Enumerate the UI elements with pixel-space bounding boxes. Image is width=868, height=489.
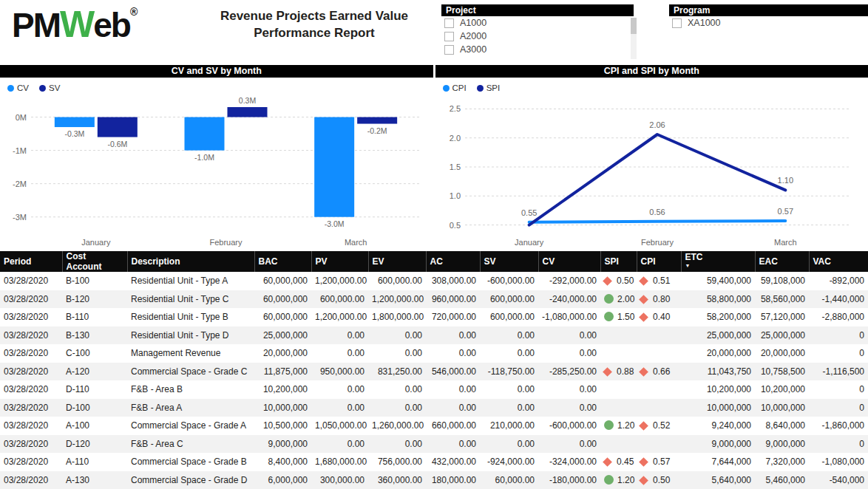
project-filter-option-label: A1000 [460, 18, 486, 28]
spi-value: 1.20 [617, 475, 634, 485]
ac-cell: 0.00 [426, 380, 480, 399]
sv-cell: 60,000.00 [480, 471, 538, 489]
description-cell: F&B - Area C [127, 435, 254, 454]
spi-kpi-cell: 0.45 [600, 453, 637, 471]
column-header-cost_account[interactable]: Cost Account [62, 251, 127, 272]
cpi-kpi-cell [637, 380, 681, 399]
checkbox-icon[interactable] [444, 45, 454, 55]
period-cell: 03/28/2020 [0, 380, 62, 399]
bar-sv-march[interactable] [357, 117, 397, 124]
kpi-good-circle-icon [604, 475, 614, 485]
table-row[interactable]: 03/28/2020D-120F&B - Area C9,000,0000.00… [0, 435, 868, 454]
pv-cell: 1,680,000.00 [311, 453, 368, 471]
column-header-label: ETC [685, 253, 751, 261]
project-filter-option[interactable]: A3000 [441, 43, 634, 56]
column-header-cv[interactable]: CV [538, 251, 600, 272]
cv-cell: -324,000.00 [538, 453, 600, 471]
legend-label: CV [17, 83, 29, 92]
spi-value: 0.45 [617, 456, 634, 467]
legend-item-cpi[interactable]: CPI [443, 83, 467, 92]
cv-cell: 0.00 [538, 344, 600, 363]
table-row[interactable]: 03/28/2020A-130Commercial Space - Grade … [0, 471, 868, 489]
table-row[interactable]: 03/28/2020A-120Commercial Space - Grade … [0, 363, 868, 381]
table-row[interactable]: 03/28/2020B-120Residential Unit - Type C… [0, 290, 868, 309]
etc-cell: 58,800,000 [681, 290, 755, 309]
column-header-eac[interactable]: EAC [755, 251, 809, 272]
project-filter-option-label: A2000 [460, 31, 486, 41]
table-row[interactable]: 03/28/2020D-100F&B - Area A10,000,0000.0… [0, 399, 868, 417]
description-cell: Management Revenue [127, 344, 254, 363]
table-row[interactable]: 03/28/2020A-110Commercial Space - Grade … [0, 453, 868, 471]
checkbox-icon[interactable] [672, 18, 682, 28]
bac-cell: 10,000,000 [254, 399, 311, 417]
table-row[interactable]: 03/28/2020B-100Residential Unit - Type A… [0, 272, 868, 290]
column-header-ac[interactable]: AC [426, 251, 480, 272]
report-page: PMWeb® Revenue Projects Earned Value Per… [0, 0, 868, 489]
cv-sv-legend: CVSV [0, 78, 433, 95]
spi-kpi-cell: 0.88 [600, 363, 637, 381]
project-list-scrollbar[interactable] [631, 18, 637, 59]
column-header-etc[interactable]: ETC▼ [681, 251, 755, 272]
vac-cell: -1,080,000 [809, 453, 868, 471]
table-row[interactable]: 03/28/2020B-130Residential Unit - Type D… [0, 326, 868, 345]
cv-cell: 0.00 [538, 326, 600, 345]
project-filter-option[interactable]: A1000 [441, 16, 634, 30]
line-cpi[interactable] [529, 221, 785, 222]
column-header-cpi[interactable]: CPI [637, 251, 681, 272]
pv-cell: 1,050,000.00 [311, 417, 368, 435]
column-header-description[interactable]: Description [127, 251, 254, 272]
kpi-bad-diamond-icon [639, 295, 648, 304]
column-header-spi[interactable]: SPI [600, 251, 637, 272]
checkbox-icon[interactable] [444, 18, 454, 28]
legend-label: SPI [486, 83, 501, 92]
legend-item-cv[interactable]: CV [7, 83, 29, 92]
kpi-bad-diamond-icon [603, 276, 612, 286]
logo-text-pm: PM [12, 6, 60, 44]
table-row[interactable]: 03/28/2020C-100Management Revenue20,000,… [0, 344, 868, 363]
table-row[interactable]: 03/28/2020B-110Residential Unit - Type B… [0, 308, 868, 326]
checkbox-icon[interactable] [444, 32, 454, 41]
column-header-bac[interactable]: BAC [254, 251, 311, 272]
column-header-sv[interactable]: SV [480, 251, 538, 272]
bar-cv-february[interactable] [185, 117, 225, 151]
cv-cell: 0.00 [538, 380, 600, 399]
column-header-vac[interactable]: VAC [809, 251, 868, 272]
point-value-label: 0.55 [521, 208, 536, 217]
kpi-bad-diamond-icon [639, 476, 648, 485]
spi-value: 0.88 [617, 366, 634, 377]
legend-item-spi[interactable]: SPI [477, 83, 501, 92]
column-header-period[interactable]: Period [0, 251, 62, 272]
cv-sv-bar-chart: 0M-1M-2M-3M-0.3M-0.6MJanuary-1.0M0.3MFeb… [0, 95, 433, 251]
etc-cell: 10,200,000 [681, 380, 755, 399]
bar-value-label: -1.0M [194, 153, 214, 162]
bar-sv-february[interactable] [228, 107, 268, 117]
column-header-pv[interactable]: PV [311, 251, 368, 272]
ev-cell: 0.00 [368, 435, 426, 454]
ac-cell: 720,000.00 [426, 308, 480, 326]
project-filter-option-label: A3000 [460, 44, 486, 55]
y-tick-label: 1.0 [449, 191, 460, 200]
legend-item-sv[interactable]: SV [39, 83, 60, 92]
cv-cell: 0.00 [538, 399, 600, 417]
cpi-kpi-cell: 0.40 [637, 308, 681, 326]
project-filter-header[interactable]: Project [441, 4, 634, 16]
ac-cell: 0.00 [426, 326, 480, 345]
table-row[interactable]: 03/28/2020A-100Commercial Space - Grade … [0, 417, 868, 435]
project-filter-option[interactable]: A2000 [441, 30, 634, 43]
description-cell: F&B - Area B [127, 380, 254, 399]
bar-cv-march[interactable] [314, 117, 354, 217]
etc-cell: 59,400,000 [681, 272, 755, 290]
program-filter-option[interactable]: XA1000 [669, 16, 868, 30]
table-row[interactable]: 03/28/2020D-110F&B - Area B10,200,0000.0… [0, 380, 868, 399]
period-cell: 03/28/2020 [0, 290, 62, 309]
bar-cv-january[interactable] [55, 117, 95, 128]
cv-cell: -180,000.00 [538, 471, 600, 489]
scrollbar-thumb[interactable] [631, 18, 637, 34]
column-header-ev[interactable]: EV [368, 251, 426, 272]
pv-cell: 1,200,000.00 [311, 272, 368, 290]
x-category-label: February [640, 238, 674, 247]
eac-cell: 9,000,000 [755, 435, 809, 454]
bar-sv-january[interactable] [98, 117, 138, 137]
bar-value-label: -0.6M [107, 140, 127, 148]
program-filter-header[interactable]: Program [669, 4, 868, 16]
